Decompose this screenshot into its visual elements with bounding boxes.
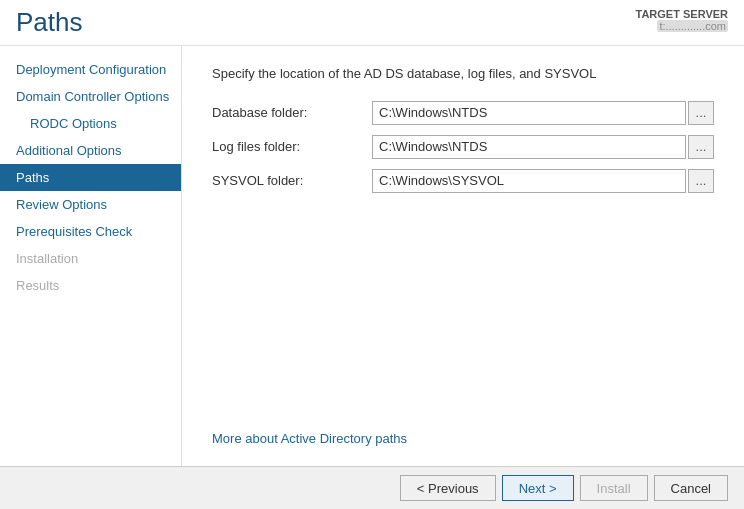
target-server-value: t:.............com bbox=[657, 20, 728, 32]
input-group-sysvol-folder: ... bbox=[372, 169, 714, 193]
input-group-log-files-folder: ... bbox=[372, 135, 714, 159]
label-sysvol-folder: SYSVOL folder: bbox=[212, 173, 372, 188]
input-group-database-folder: ... bbox=[372, 101, 714, 125]
next-button[interactable]: Next > bbox=[502, 475, 574, 501]
cancel-button[interactable]: Cancel bbox=[654, 475, 728, 501]
sidebar-item-deployment-configuration[interactable]: Deployment Configuration bbox=[0, 56, 181, 83]
install-button[interactable]: Install bbox=[580, 475, 648, 501]
previous-button[interactable]: < Previous bbox=[400, 475, 496, 501]
target-server-label: TARGET SERVER bbox=[636, 8, 729, 20]
input-database-folder[interactable] bbox=[372, 101, 686, 125]
form-row-database-folder: Database folder:... bbox=[212, 101, 714, 125]
content-description: Specify the location of the AD DS databa… bbox=[212, 66, 714, 81]
target-server-info: TARGET SERVER t:.............com bbox=[636, 8, 729, 32]
browse-btn-database-folder[interactable]: ... bbox=[688, 101, 714, 125]
sidebar-item-additional-options[interactable]: Additional Options bbox=[0, 137, 181, 164]
more-link[interactable]: More about Active Directory paths bbox=[212, 411, 714, 446]
content-area: Specify the location of the AD DS databa… bbox=[182, 46, 744, 466]
browse-btn-sysvol-folder[interactable]: ... bbox=[688, 169, 714, 193]
input-log-files-folder[interactable] bbox=[372, 135, 686, 159]
sidebar-item-results: Results bbox=[0, 272, 181, 299]
sidebar-item-review-options[interactable]: Review Options bbox=[0, 191, 181, 218]
header: Paths TARGET SERVER t:.............com bbox=[0, 0, 744, 46]
paths-form: Database folder:...Log files folder:...S… bbox=[212, 101, 714, 203]
sidebar-item-domain-controller-options[interactable]: Domain Controller Options bbox=[0, 83, 181, 110]
form-row-sysvol-folder: SYSVOL folder:... bbox=[212, 169, 714, 193]
sidebar-item-rodc-options[interactable]: RODC Options bbox=[0, 110, 181, 137]
sidebar-item-paths[interactable]: Paths bbox=[0, 164, 181, 191]
input-sysvol-folder[interactable] bbox=[372, 169, 686, 193]
label-database-folder: Database folder: bbox=[212, 105, 372, 120]
form-row-log-files-folder: Log files folder:... bbox=[212, 135, 714, 159]
label-log-files-folder: Log files folder: bbox=[212, 139, 372, 154]
sidebar: Deployment ConfigurationDomain Controlle… bbox=[0, 46, 182, 466]
page-title: Paths bbox=[16, 8, 83, 37]
browse-btn-log-files-folder[interactable]: ... bbox=[688, 135, 714, 159]
sidebar-item-prerequisites-check[interactable]: Prerequisites Check bbox=[0, 218, 181, 245]
sidebar-item-installation: Installation bbox=[0, 245, 181, 272]
footer: < Previous Next > Install Cancel bbox=[0, 466, 744, 509]
